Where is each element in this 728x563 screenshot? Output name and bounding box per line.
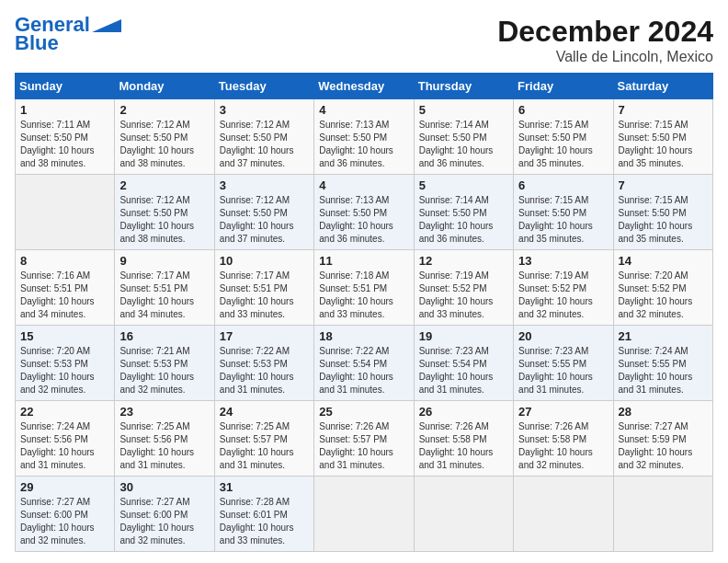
calendar-cell: 21Sunrise: 7:24 AM Sunset: 5:55 PM Dayli… [613,326,712,401]
day-number: 6 [518,178,608,192]
day-number: 15 [20,329,109,343]
calendar-header-row: Sunday Monday Tuesday Wednesday Thursday… [16,74,713,99]
col-thursday: Thursday [414,74,513,99]
calendar-cell: 10Sunrise: 7:17 AM Sunset: 5:51 PM Dayli… [214,250,313,326]
day-number: 20 [518,329,608,343]
calendar-table: Sunday Monday Tuesday Wednesday Thursday… [15,73,713,552]
calendar-cell: 19Sunrise: 7:23 AM Sunset: 5:54 PM Dayli… [414,326,513,401]
calendar-row: 29Sunrise: 7:27 AM Sunset: 6:00 PM Dayli… [16,477,713,552]
day-info: Sunrise: 7:12 AM Sunset: 5:50 PM Dayligh… [220,119,309,170]
calendar-cell: 6Sunrise: 7:15 AM Sunset: 5:50 PM Daylig… [514,175,613,250]
calendar-cell [314,477,414,552]
day-number: 24 [220,405,309,419]
calendar-cell: 1Sunrise: 7:11 AM Sunset: 5:50 PM Daylig… [16,99,115,175]
day-info: Sunrise: 7:15 AM Sunset: 5:50 PM Dayligh… [619,194,708,246]
day-info: Sunrise: 7:12 AM Sunset: 5:50 PM Dayligh… [119,194,209,246]
day-number: 1 [20,103,109,117]
calendar-cell: 12Sunrise: 7:19 AM Sunset: 5:52 PM Dayli… [414,250,513,326]
calendar-cell: 8Sunrise: 7:16 AM Sunset: 5:51 PM Daylig… [16,250,115,326]
calendar-cell: 4Sunrise: 7:13 AM Sunset: 5:50 PM Daylig… [314,99,414,175]
calendar-row: 2Sunrise: 7:12 AM Sunset: 5:50 PM Daylig… [16,175,713,250]
day-info: Sunrise: 7:13 AM Sunset: 5:50 PM Dayligh… [319,119,408,170]
day-number: 16 [119,329,209,343]
day-info: Sunrise: 7:28 AM Sunset: 6:01 PM Dayligh… [220,496,309,547]
day-info: Sunrise: 7:23 AM Sunset: 5:55 PM Dayligh… [518,345,608,396]
day-info: Sunrise: 7:17 AM Sunset: 5:51 PM Dayligh… [119,270,209,321]
calendar-cell: 3Sunrise: 7:12 AM Sunset: 5:50 PM Daylig… [214,175,313,250]
day-info: Sunrise: 7:27 AM Sunset: 6:00 PM Dayligh… [119,496,209,547]
day-number: 6 [518,103,608,117]
logo-icon [92,19,121,32]
day-info: Sunrise: 7:27 AM Sunset: 6:00 PM Dayligh… [20,496,109,547]
day-info: Sunrise: 7:20 AM Sunset: 5:53 PM Dayligh… [20,345,109,396]
calendar-cell: 2Sunrise: 7:12 AM Sunset: 5:50 PM Daylig… [115,99,214,175]
day-number: 29 [20,480,109,494]
calendar-cell: 5Sunrise: 7:14 AM Sunset: 5:50 PM Daylig… [414,99,513,175]
day-info: Sunrise: 7:24 AM Sunset: 5:55 PM Dayligh… [619,345,708,396]
day-info: Sunrise: 7:20 AM Sunset: 5:52 PM Dayligh… [619,270,708,321]
calendar-cell: 28Sunrise: 7:27 AM Sunset: 5:59 PM Dayli… [613,401,712,477]
calendar-row: 8Sunrise: 7:16 AM Sunset: 5:51 PM Daylig… [16,250,713,326]
day-number: 2 [119,178,209,192]
day-number: 2 [119,103,209,117]
day-info: Sunrise: 7:25 AM Sunset: 5:57 PM Dayligh… [220,420,309,472]
day-info: Sunrise: 7:21 AM Sunset: 5:53 PM Dayligh… [119,345,209,396]
calendar-cell: 11Sunrise: 7:18 AM Sunset: 5:51 PM Dayli… [314,250,414,326]
calendar-row: 1Sunrise: 7:11 AM Sunset: 5:50 PM Daylig… [16,99,713,175]
day-number: 25 [319,405,408,419]
day-number: 27 [518,405,608,419]
day-info: Sunrise: 7:18 AM Sunset: 5:51 PM Dayligh… [319,270,408,321]
calendar-cell: 17Sunrise: 7:22 AM Sunset: 5:53 PM Dayli… [214,326,313,401]
day-number: 19 [419,329,508,343]
day-number: 10 [220,254,309,268]
day-info: Sunrise: 7:16 AM Sunset: 5:51 PM Dayligh… [20,270,109,321]
day-info: Sunrise: 7:22 AM Sunset: 5:53 PM Dayligh… [220,345,309,396]
calendar-cell: 31Sunrise: 7:28 AM Sunset: 6:01 PM Dayli… [214,477,313,552]
svg-marker-0 [92,19,121,32]
col-friday: Friday [514,74,613,99]
day-number: 28 [619,405,708,419]
day-info: Sunrise: 7:12 AM Sunset: 5:50 PM Dayligh… [220,194,309,246]
col-sunday: Sunday [16,74,115,99]
calendar-cell: 13Sunrise: 7:19 AM Sunset: 5:52 PM Dayli… [514,250,613,326]
day-number: 4 [319,103,408,117]
calendar-cell: 29Sunrise: 7:27 AM Sunset: 6:00 PM Dayli… [16,477,115,552]
day-info: Sunrise: 7:15 AM Sunset: 5:50 PM Dayligh… [518,119,608,170]
day-number: 26 [419,405,508,419]
calendar-cell: 16Sunrise: 7:21 AM Sunset: 5:53 PM Dayli… [115,326,214,401]
col-wednesday: Wednesday [314,74,414,99]
day-info: Sunrise: 7:24 AM Sunset: 5:56 PM Dayligh… [20,420,109,472]
col-tuesday: Tuesday [214,74,313,99]
day-info: Sunrise: 7:22 AM Sunset: 5:54 PM Dayligh… [319,345,408,396]
day-info: Sunrise: 7:19 AM Sunset: 5:52 PM Dayligh… [419,270,508,321]
calendar-cell: 4Sunrise: 7:13 AM Sunset: 5:50 PM Daylig… [314,175,414,250]
day-number: 7 [619,178,708,192]
title-block: December 2024 Valle de Lincoln, Mexico [497,15,713,65]
calendar-cell: 26Sunrise: 7:26 AM Sunset: 5:58 PM Dayli… [414,401,513,477]
day-number: 3 [220,178,309,192]
calendar-cell: 2Sunrise: 7:12 AM Sunset: 5:50 PM Daylig… [115,175,214,250]
calendar-cell: 14Sunrise: 7:20 AM Sunset: 5:52 PM Dayli… [613,250,712,326]
day-number: 31 [220,480,309,494]
day-number: 5 [419,178,508,192]
day-number: 7 [619,103,708,117]
day-info: Sunrise: 7:17 AM Sunset: 5:51 PM Dayligh… [220,270,309,321]
logo: General Blue [15,15,121,55]
day-info: Sunrise: 7:15 AM Sunset: 5:50 PM Dayligh… [518,194,608,246]
day-number: 11 [319,254,408,268]
calendar-cell: 22Sunrise: 7:24 AM Sunset: 5:56 PM Dayli… [16,401,115,477]
day-info: Sunrise: 7:27 AM Sunset: 5:59 PM Dayligh… [619,420,708,472]
day-number: 5 [419,103,508,117]
day-number: 12 [419,254,508,268]
calendar-cell [613,477,712,552]
day-number: 3 [220,103,309,117]
page-header: General Blue December 2024 Valle de Linc… [15,15,713,65]
page-title: December 2024 [497,15,713,49]
day-info: Sunrise: 7:14 AM Sunset: 5:50 PM Dayligh… [419,194,508,246]
day-number: 17 [220,329,309,343]
calendar-cell: 24Sunrise: 7:25 AM Sunset: 5:57 PM Dayli… [214,401,313,477]
calendar-cell: 18Sunrise: 7:22 AM Sunset: 5:54 PM Dayli… [314,326,414,401]
calendar-cell: 15Sunrise: 7:20 AM Sunset: 5:53 PM Dayli… [16,326,115,401]
calendar-cell: 25Sunrise: 7:26 AM Sunset: 5:57 PM Dayli… [314,401,414,477]
day-number: 21 [619,329,708,343]
